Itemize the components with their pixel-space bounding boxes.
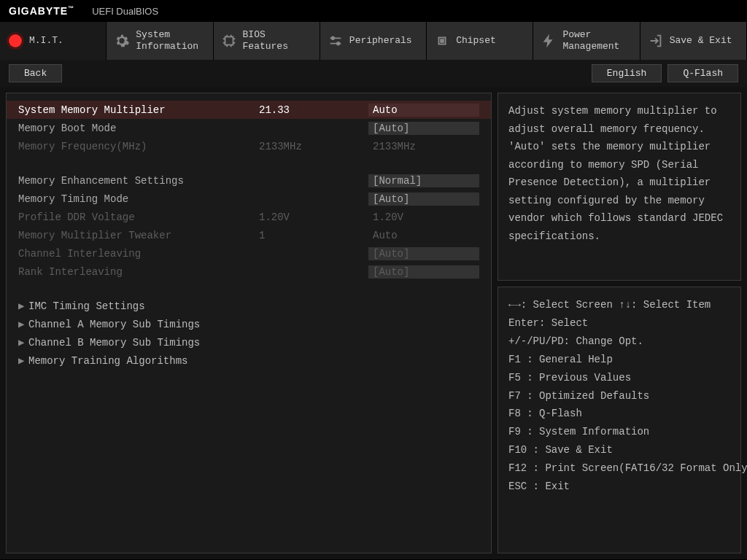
language-button[interactable]: English [592,64,662,82]
key-hint: F8 : Q-Flash [508,405,730,423]
key-hint: F10 : Save & Exit [508,441,730,459]
triangle-icon: ▶ [18,336,26,349]
setting-row[interactable]: System Memory Multiplier21.33Auto [7,101,491,119]
key-hint: ←→: Select Screen ↑↓: Select Item [508,296,730,314]
setting-value: Auto [368,104,479,117]
setting-value: [Auto] [368,265,479,279]
setting-current: 21.33 [259,104,368,116]
setting-row[interactable]: Memory Enhancement Settings[Normal] [7,171,491,190]
setting-current: 2133MHz [259,141,368,152]
setting-value: [Auto] [368,122,479,135]
sliders-icon [326,31,345,50]
gear-icon [112,31,131,50]
setting-row: Rank Interleaving[Auto] [7,262,491,281]
settings-panel: System Memory Multiplier21.33AutoMemory … [6,93,492,553]
svg-point-3 [331,37,334,40]
toolbar: Back English Q-Flash [0,60,747,87]
setting-current: 1 [259,230,368,241]
key-hint: F1 : General Help [508,351,730,369]
submenu-item[interactable]: ▶Channel A Memory Sub Timings [7,315,491,333]
chip-icon [220,31,239,50]
setting-row[interactable]: Memory Boot Mode[Auto] [7,119,491,137]
svg-point-4 [337,42,340,45]
setting-row: Profile DDR Voltage1.20V1.20V [7,208,491,226]
tab-label: M.I.T. [29,35,63,47]
top-bar: GIGABYTE™ UEFI DualBIOS [0,0,747,22]
submenu-label: Channel A Memory Sub Timings [28,319,200,330]
bolt-icon [539,31,558,50]
main-tabs: M.I.T. System Information BIOS Features … [0,22,747,60]
tab-label: Peripherals [349,35,412,47]
tab-system-information[interactable]: System Information [107,22,213,60]
key-hint: F7 : Optimized Defaults [508,387,730,405]
triangle-icon: ▶ [18,318,26,330]
record-icon [6,31,25,50]
exit-icon [646,31,665,50]
triangle-icon: ▶ [18,354,26,367]
bios-subtitle: UEFI DualBIOS [92,6,158,17]
back-button[interactable]: Back [9,64,62,82]
tab-chipset[interactable]: Chipset [427,22,533,60]
setting-value: Auto [368,229,479,242]
submenu-label: Memory Training Algorithms [28,355,187,367]
setting-row: Channel Interleaving[Auto] [7,244,491,262]
setting-label: System Memory Multiplier [18,104,259,116]
tab-mit[interactable]: M.I.T. [0,22,107,60]
tab-label: Power Management [562,29,619,52]
setting-label: Rank Interleaving [18,266,259,278]
setting-label: Profile DDR Voltage [18,211,259,223]
setting-current: 1.20V [259,211,368,223]
setting-label: Memory Enhancement Settings [18,175,259,187]
setting-value: [Normal] [368,174,479,187]
key-hints-panel: ←→: Select Screen ↑↓: Select ItemEnter: … [498,287,741,553]
setting-value: [Auto] [368,192,479,206]
key-hint: Enter: Select [508,314,730,332]
triangle-icon: ▶ [18,300,26,312]
setting-label: Channel Interleaving [18,248,259,260]
tab-label: Save & Exit [670,35,732,47]
setting-label: Memory Frequency(MHz) [18,141,259,152]
key-hint: F12 : Print Screen(FAT16/32 Format Only) [508,459,730,478]
key-hint: F9 : System Information [508,423,730,441]
tab-label: System Information [136,29,198,52]
setting-row: Memory Multiplier Tweaker1Auto [7,226,491,244]
svg-rect-2 [225,37,233,45]
submenu-item[interactable]: ▶IMC Timing Settings [7,297,491,315]
tab-label: BIOS Features [243,29,288,52]
tab-label: Chipset [456,35,496,47]
submenu-item[interactable]: ▶Channel B Memory Sub Timings [7,333,491,351]
tab-save-exit[interactable]: Save & Exit [640,22,747,60]
setting-value: 1.20V [368,211,479,224]
svg-point-0 [9,34,22,47]
key-hint: +/-/PU/PD: Change Opt. [508,332,730,351]
qflash-button[interactable]: Q-Flash [667,64,738,82]
setting-label: Memory Timing Mode [18,193,259,205]
key-hint: ESC : Exit [508,478,730,496]
cpu-icon [433,31,452,50]
submenu-label: IMC Timing Settings [28,300,145,312]
setting-label: Memory Multiplier Tweaker [18,230,259,241]
svg-rect-6 [441,39,444,42]
tab-peripherals[interactable]: Peripherals [320,22,427,60]
tab-power-management[interactable]: Power Management [533,22,640,60]
brand-logo: GIGABYTE™ [9,5,74,17]
submenu-label: Channel B Memory Sub Timings [28,337,200,349]
submenu-item[interactable]: ▶Memory Training Algorithms [7,351,491,370]
setting-value: 2133MHz [368,140,479,153]
setting-value: [Auto] [368,247,479,260]
key-hint: F5 : Previous Values [508,369,730,387]
setting-row[interactable]: Memory Timing Mode[Auto] [7,190,491,208]
setting-label: Memory Boot Mode [18,122,259,134]
setting-row: Memory Frequency(MHz)2133MHz2133MHz [7,137,491,155]
help-panel: Adjust system memory multiplier to adjus… [498,93,741,281]
tab-bios-features[interactable]: BIOS Features [214,22,320,60]
